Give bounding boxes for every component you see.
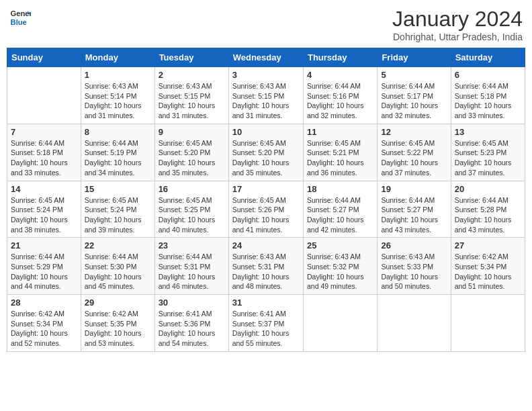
calendar-week-row: 14Sunrise: 6:45 AM Sunset: 5:24 PM Dayli… <box>7 181 525 238</box>
day-info: Sunrise: 6:44 AM Sunset: 5:18 PM Dayligh… <box>11 138 77 178</box>
day-info: Sunrise: 6:41 AM Sunset: 5:37 PM Dayligh… <box>232 309 300 349</box>
day-info: Sunrise: 6:45 AM Sunset: 5:20 PM Dayligh… <box>159 138 225 178</box>
day-number: 29 <box>85 298 151 308</box>
col-header-tuesday: Tuesday <box>154 48 228 67</box>
calendar-cell <box>7 67 81 124</box>
day-number: 19 <box>381 184 447 194</box>
calendar-cell: 14Sunrise: 6:45 AM Sunset: 5:24 PM Dayli… <box>7 181 81 238</box>
col-header-thursday: Thursday <box>303 48 377 67</box>
calendar-cell: 15Sunrise: 6:45 AM Sunset: 5:24 PM Dayli… <box>81 181 154 238</box>
calendar-cell: 8Sunrise: 6:44 AM Sunset: 5:19 PM Daylig… <box>81 124 154 181</box>
day-info: Sunrise: 6:43 AM Sunset: 5:15 PM Dayligh… <box>232 81 300 121</box>
day-number: 23 <box>159 240 225 250</box>
calendar-cell: 2Sunrise: 6:43 AM Sunset: 5:15 PM Daylig… <box>154 67 228 124</box>
col-header-monday: Monday <box>81 48 154 67</box>
svg-text:Blue: Blue <box>11 18 27 26</box>
calendar-cell: 26Sunrise: 6:43 AM Sunset: 5:33 PM Dayli… <box>378 238 451 295</box>
day-info: Sunrise: 6:43 AM Sunset: 5:32 PM Dayligh… <box>307 252 373 291</box>
day-number: 31 <box>232 298 300 308</box>
calendar-week-row: 7Sunrise: 6:44 AM Sunset: 5:18 PM Daylig… <box>7 124 525 181</box>
logo: General Blue <box>9 7 31 28</box>
day-info: Sunrise: 6:44 AM Sunset: 5:19 PM Dayligh… <box>85 138 151 178</box>
calendar-cell: 12Sunrise: 6:45 AM Sunset: 5:22 PM Dayli… <box>378 124 451 181</box>
calendar-cell: 5Sunrise: 6:44 AM Sunset: 5:17 PM Daylig… <box>378 67 451 124</box>
day-number: 30 <box>159 298 225 308</box>
calendar-cell: 24Sunrise: 6:43 AM Sunset: 5:31 PM Dayli… <box>228 238 303 295</box>
day-info: Sunrise: 6:42 AM Sunset: 5:35 PM Dayligh… <box>85 309 151 349</box>
calendar-header-row: SundayMondayTuesdayWednesdayThursdayFrid… <box>7 48 525 67</box>
calendar-cell: 29Sunrise: 6:42 AM Sunset: 5:35 PM Dayli… <box>81 295 154 352</box>
calendar-cell: 18Sunrise: 6:44 AM Sunset: 5:27 PM Dayli… <box>303 181 377 238</box>
calendar-cell: 31Sunrise: 6:41 AM Sunset: 5:37 PM Dayli… <box>228 295 303 352</box>
logo-icon: General Blue <box>9 7 31 28</box>
calendar-cell <box>378 295 451 352</box>
day-info: Sunrise: 6:44 AM Sunset: 5:17 PM Dayligh… <box>381 81 447 121</box>
day-info: Sunrise: 6:44 AM Sunset: 5:30 PM Dayligh… <box>85 252 151 291</box>
day-number: 15 <box>85 184 151 194</box>
col-header-friday: Friday <box>378 48 451 67</box>
day-number: 26 <box>381 240 447 250</box>
location-title: Dohrighat, Uttar Pradesh, India <box>392 32 523 42</box>
calendar-cell: 19Sunrise: 6:44 AM Sunset: 5:27 PM Dayli… <box>378 181 451 238</box>
day-number: 24 <box>232 240 300 250</box>
day-number: 4 <box>307 70 373 80</box>
day-info: Sunrise: 6:44 AM Sunset: 5:16 PM Dayligh… <box>307 81 373 121</box>
calendar-cell: 1Sunrise: 6:43 AM Sunset: 5:14 PM Daylig… <box>81 67 154 124</box>
day-info: Sunrise: 6:44 AM Sunset: 5:18 PM Dayligh… <box>455 81 521 121</box>
calendar-cell: 10Sunrise: 6:45 AM Sunset: 5:20 PM Dayli… <box>228 124 303 181</box>
calendar-cell: 3Sunrise: 6:43 AM Sunset: 5:15 PM Daylig… <box>228 67 303 124</box>
day-number: 8 <box>85 127 151 137</box>
calendar-cell: 25Sunrise: 6:43 AM Sunset: 5:32 PM Dayli… <box>303 238 377 295</box>
day-number: 16 <box>159 184 225 194</box>
day-number: 28 <box>11 298 77 308</box>
calendar-cell: 23Sunrise: 6:44 AM Sunset: 5:31 PM Dayli… <box>154 238 228 295</box>
calendar-cell: 6Sunrise: 6:44 AM Sunset: 5:18 PM Daylig… <box>451 67 525 124</box>
day-info: Sunrise: 6:45 AM Sunset: 5:21 PM Dayligh… <box>307 138 373 178</box>
day-info: Sunrise: 6:45 AM Sunset: 5:20 PM Dayligh… <box>232 138 300 178</box>
calendar-week-row: 28Sunrise: 6:42 AM Sunset: 5:34 PM Dayli… <box>7 295 525 352</box>
calendar-week-row: 21Sunrise: 6:44 AM Sunset: 5:29 PM Dayli… <box>7 238 525 295</box>
col-header-sunday: Sunday <box>7 48 81 67</box>
page-header: General Blue January 2024 Dohrighat, Utt… <box>7 7 525 42</box>
calendar-cell: 22Sunrise: 6:44 AM Sunset: 5:30 PM Dayli… <box>81 238 154 295</box>
day-number: 25 <box>307 240 373 250</box>
calendar-cell: 7Sunrise: 6:44 AM Sunset: 5:18 PM Daylig… <box>7 124 81 181</box>
day-info: Sunrise: 6:44 AM Sunset: 5:31 PM Dayligh… <box>159 252 225 291</box>
day-info: Sunrise: 6:44 AM Sunset: 5:29 PM Dayligh… <box>11 252 77 291</box>
col-header-saturday: Saturday <box>451 48 525 67</box>
day-number: 12 <box>381 127 447 137</box>
title-block: January 2024 Dohrighat, Uttar Pradesh, I… <box>392 7 523 42</box>
day-number: 7 <box>11 127 77 137</box>
day-number: 21 <box>11 240 77 250</box>
calendar-table: SundayMondayTuesdayWednesdayThursdayFrid… <box>7 48 525 352</box>
day-info: Sunrise: 6:41 AM Sunset: 5:36 PM Dayligh… <box>159 309 225 349</box>
calendar-cell: 30Sunrise: 6:41 AM Sunset: 5:36 PM Dayli… <box>154 295 228 352</box>
month-title: January 2024 <box>392 7 523 32</box>
day-number: 17 <box>232 184 300 194</box>
day-number: 13 <box>455 127 521 137</box>
day-info: Sunrise: 6:45 AM Sunset: 5:25 PM Dayligh… <box>159 195 225 235</box>
day-info: Sunrise: 6:44 AM Sunset: 5:27 PM Dayligh… <box>381 195 447 235</box>
day-info: Sunrise: 6:43 AM Sunset: 5:15 PM Dayligh… <box>159 81 225 121</box>
day-number: 18 <box>307 184 373 194</box>
calendar-cell: 9Sunrise: 6:45 AM Sunset: 5:20 PM Daylig… <box>154 124 228 181</box>
day-number: 22 <box>85 240 151 250</box>
day-number: 3 <box>232 70 300 80</box>
day-info: Sunrise: 6:42 AM Sunset: 5:34 PM Dayligh… <box>455 252 521 291</box>
calendar-cell <box>303 295 377 352</box>
day-info: Sunrise: 6:44 AM Sunset: 5:28 PM Dayligh… <box>455 195 521 235</box>
day-number: 5 <box>381 70 447 80</box>
calendar-cell <box>451 295 525 352</box>
calendar-cell: 21Sunrise: 6:44 AM Sunset: 5:29 PM Dayli… <box>7 238 81 295</box>
day-info: Sunrise: 6:43 AM Sunset: 5:33 PM Dayligh… <box>381 252 447 291</box>
day-number: 20 <box>455 184 521 194</box>
day-info: Sunrise: 6:45 AM Sunset: 5:22 PM Dayligh… <box>381 138 447 178</box>
calendar-cell: 4Sunrise: 6:44 AM Sunset: 5:16 PM Daylig… <box>303 67 377 124</box>
day-info: Sunrise: 6:44 AM Sunset: 5:27 PM Dayligh… <box>307 195 373 235</box>
calendar-cell: 11Sunrise: 6:45 AM Sunset: 5:21 PM Dayli… <box>303 124 377 181</box>
calendar-cell: 13Sunrise: 6:45 AM Sunset: 5:23 PM Dayli… <box>451 124 525 181</box>
day-info: Sunrise: 6:45 AM Sunset: 5:23 PM Dayligh… <box>455 138 521 178</box>
day-info: Sunrise: 6:43 AM Sunset: 5:31 PM Dayligh… <box>232 252 300 291</box>
day-number: 27 <box>455 240 521 250</box>
calendar-cell: 17Sunrise: 6:45 AM Sunset: 5:26 PM Dayli… <box>228 181 303 238</box>
